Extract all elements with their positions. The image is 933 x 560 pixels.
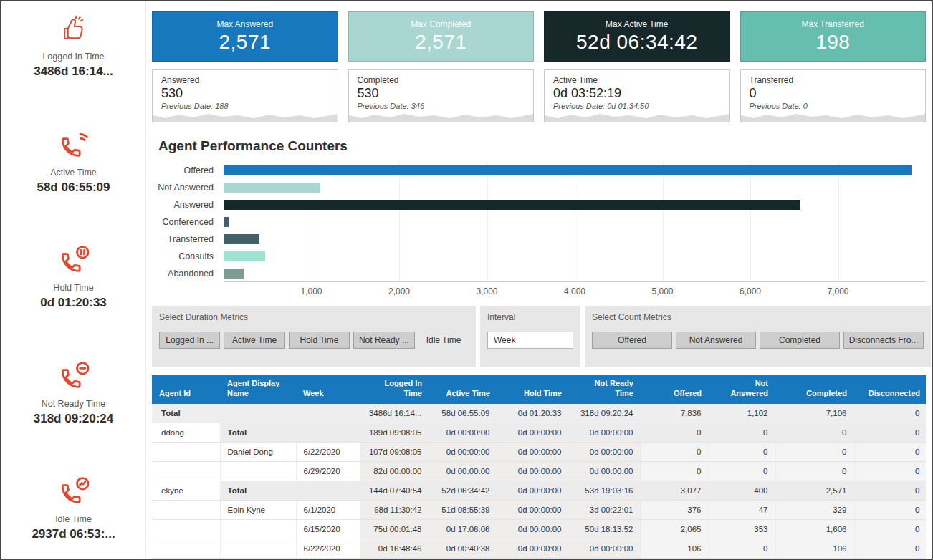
cell-agent-id	[152, 520, 220, 539]
column-header-agent-display-name[interactable]: Agent Display Name	[220, 375, 296, 404]
column-header-active-time[interactable]: Active Time	[429, 375, 497, 404]
table-row: 6/29/202082d 00:00:000d 00:00:000d 00:00…	[152, 462, 926, 481]
cell-metric: 82d 00:00:00	[360, 462, 429, 481]
column-header-hold-time[interactable]: Hold Time	[497, 375, 569, 404]
duration-metric-logged-in[interactable]: Logged In ...	[159, 332, 220, 349]
duration-metric-not-ready[interactable]: Not Ready ...	[353, 332, 414, 349]
chart-bar-track	[224, 200, 926, 210]
cell-metric: 0d 00:00:00	[497, 501, 569, 520]
max-card-max-completed: Max Completed2,571	[348, 11, 535, 62]
value-card-previous: Previous Date: 0d 01:34:50	[553, 102, 721, 110]
sidebar-kpi-active-time: Active Time58d 06:55:09	[6, 129, 142, 195]
column-header-offered[interactable]: Offered	[641, 375, 709, 404]
chart-bar-abandoned	[224, 269, 244, 279]
column-header-completed[interactable]: Completed	[775, 375, 854, 404]
count-metric-offered[interactable]: Offered	[592, 332, 672, 349]
sidebar-kpi-not-ready-time: Not Ready Time318d 09:20:24	[6, 360, 142, 426]
duration-metric-active-time[interactable]: Active Time	[224, 332, 284, 349]
agent-table: Agent IdAgent Display NameWeekLogged In …	[152, 375, 926, 559]
cell-metric: 189d 09:08:05	[360, 423, 429, 443]
cell-week: 6/1/2020	[296, 501, 360, 520]
cell-week: 6/29/2020	[296, 462, 360, 481]
value-card-label: Completed	[358, 75, 525, 85]
cell-metric: 50d 18:13:52	[569, 520, 641, 539]
sparkline-chart	[349, 109, 534, 122]
column-header-not-ready-time[interactable]: Not Ready Time	[569, 375, 641, 404]
cell-week: 6/22/2020	[296, 539, 360, 559]
cell-metric: 7,836	[641, 404, 709, 423]
chart-bar-answered	[224, 200, 800, 210]
chart-bar-row-answered: Answered	[152, 196, 926, 213]
table-row: ddongTotal189d 09:08:050d 00:00:000d 00:…	[152, 423, 926, 443]
chart-category-label: Consults	[152, 251, 224, 261]
agent-data-table: Agent IdAgent Display NameWeekLogged In …	[152, 375, 926, 559]
chart-bar-row-transferred: Transferred	[152, 231, 926, 248]
cell-metric: 1,102	[709, 404, 775, 423]
cell-metric: 0	[641, 443, 709, 462]
count-metric-disconnects-fro[interactable]: Disconnects Fro...	[843, 332, 924, 349]
cell-metric: 0d 00:00:00	[429, 462, 497, 481]
cell-metric: 400	[709, 481, 775, 501]
cell-metric: 2,065	[641, 520, 709, 539]
chart-bar-track	[224, 165, 926, 175]
kpi-label: Logged In Time	[6, 52, 142, 62]
kpi-value: 2937d 06:53:...	[6, 527, 142, 541]
value-card-value: 0	[750, 86, 917, 101]
column-header-logged-in-time[interactable]: Logged In Time	[360, 375, 429, 404]
sparkline-chart	[741, 109, 926, 122]
column-header-disconnected[interactable]: Disconnected	[854, 375, 926, 404]
column-header-week[interactable]: Week	[296, 375, 360, 404]
cell-metric: 0	[854, 462, 926, 481]
cell-metric: 1,606	[775, 520, 854, 539]
column-header-not-answered[interactable]: Not Answered	[709, 375, 775, 404]
value-card-value: 0d 03:52:19	[553, 86, 721, 101]
cell-agent-id	[152, 539, 220, 559]
sidebar: Logged In Time3486d 16:14... Active Time…	[1, 1, 146, 559]
table-row: Daniel Dong6/22/2020107d 09:08:050d 00:0…	[152, 443, 926, 462]
chart-category-label: Not Answered	[152, 183, 224, 193]
chart-bar-transferred	[224, 234, 259, 244]
value-card-active-time: Active Time0d 03:52:19Previous Date: 0d …	[544, 69, 730, 122]
table-row: 6/22/20200d 16:48:460d 00:40:380d 00:00:…	[152, 539, 926, 559]
cell-metric: 68d 11:30:42	[360, 501, 429, 520]
count-metric-completed[interactable]: Completed	[760, 332, 840, 349]
cell-metric: 0d 00:00:00	[429, 423, 497, 443]
cell-metric: 329	[775, 501, 854, 520]
cell-metric: 3d 00:22:01	[569, 501, 641, 520]
chart-category-label: Abandoned	[152, 269, 224, 279]
cell-metric: 0	[641, 423, 709, 443]
kpi-card-active-time: Max Active Time52d 06:34:42Active Time0d…	[544, 11, 730, 122]
phone-chart-icon	[6, 475, 142, 508]
column-header-agent-id[interactable]: Agent Id	[152, 375, 220, 404]
chart-rows: OfferedNot AnsweredAnsweredConferencedTr…	[152, 162, 926, 282]
interval-select[interactable]: Week	[487, 332, 573, 349]
cell-metric: 144d 07:40:54	[360, 481, 429, 501]
cell-metric: 52d 06:34:42	[429, 481, 497, 501]
kpi-card-completed: Max Completed2,571Completed530Previous D…	[348, 11, 535, 122]
chart-bar-track	[224, 234, 926, 244]
chart-bar-track	[224, 183, 926, 193]
cell-metric: 107d 09:08:05	[360, 443, 429, 462]
table-body: Total3486d 16:14...58d 06:55:090d 01:20:…	[152, 404, 926, 559]
cell-metric: 0	[709, 539, 775, 559]
cell-agent-name	[220, 520, 296, 539]
cell-metric: 376	[641, 501, 709, 520]
thumbs-up-icon	[6, 13, 142, 46]
cell-week: 6/22/2020	[296, 443, 360, 462]
cell-agent-name: Total	[220, 481, 296, 501]
kpi-label: Not Ready Time	[6, 399, 142, 409]
cell-agent-name	[220, 462, 296, 481]
duration-metric-idle-time[interactable]: Idle Time	[418, 332, 469, 349]
cell-agent-name	[220, 539, 296, 559]
chart-bar-row-abandoned: Abandoned	[152, 265, 926, 282]
chart-category-label: Answered	[152, 200, 224, 210]
value-card-transferred: Transferred0Previous Date: 0	[740, 69, 927, 122]
duration-metric-hold-time[interactable]: Hold Time	[289, 332, 350, 349]
max-card-label: Max Active Time	[606, 19, 668, 29]
count-metric-not-answered[interactable]: Not Answered	[676, 332, 756, 349]
chart-x-axis: 1,0002,0003,0004,0005,0006,0007,000	[224, 286, 926, 299]
table-header: Agent IdAgent Display NameWeekLogged In …	[152, 375, 926, 404]
cell-metric: 0	[854, 520, 926, 539]
kpi-label: Hold Time	[6, 283, 142, 293]
chart-bar-track	[224, 251, 926, 261]
